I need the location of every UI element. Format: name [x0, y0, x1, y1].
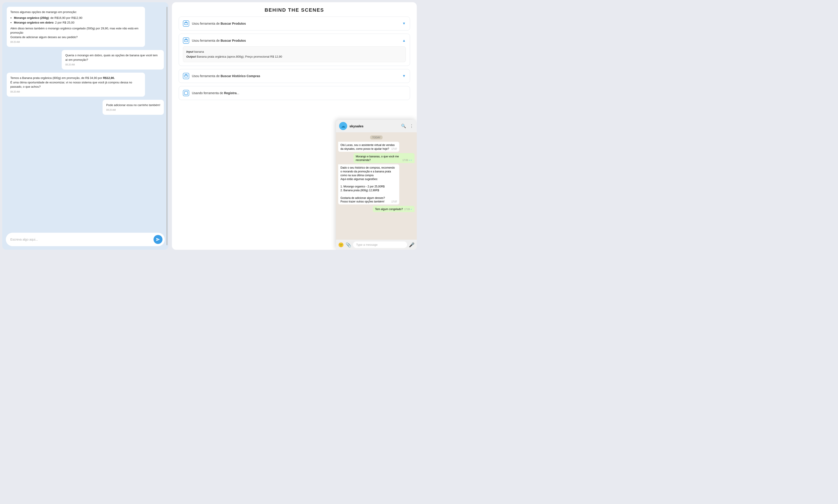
output-value-text: Banana prata orgânica (aprox.800g); Preç… — [196, 55, 282, 58]
message-text: Temos algumas opções de marango em promo… — [10, 10, 77, 14]
chevron-up-icon[interactable]: ▲ — [402, 39, 406, 42]
list-item: Morango orgânico (250g): de R$16,90 por … — [14, 16, 141, 20]
tool-input-row: Input banana — [186, 49, 403, 54]
tool-label: Usou ferramenta de Buscar Histórico Comp… — [192, 74, 260, 78]
search-icon[interactable]: 🔍 — [401, 124, 406, 128]
wa-header: ☁ skysales 🔍 ⋮ — [336, 120, 417, 132]
tool-card-header: Usou ferramenta de Buscar Produtos ▲ — [183, 37, 406, 44]
tool-label-text: Usou ferramenta de — [192, 74, 221, 78]
list-item-bold: Morango orgânico em dobro — [14, 21, 53, 24]
wa-message-text: Olá Lucas, sou o assistente virtual de v… — [340, 143, 395, 150]
input-value-text: banana — [194, 50, 204, 53]
input-label: Input — [186, 50, 193, 53]
tool-label: Usou ferramenta de Buscar Produtos — [192, 22, 246, 25]
behind-scenes-title: BEHIND THE SCENES — [172, 2, 417, 17]
date-divider: TODAY — [370, 136, 383, 140]
wa-input-placeholder: Type a message — [356, 243, 377, 246]
wa-message-time: 17:07 — [391, 200, 397, 203]
chat-input-placeholder[interactable]: Escreva algo aqui... — [10, 238, 151, 241]
microphone-icon[interactable]: 🎤 — [409, 242, 414, 248]
wa-message-text: Morango e bananas, o que você me recomen… — [356, 155, 399, 162]
wa-message-text: Dado o seu histórico de compras, recomen… — [340, 166, 395, 203]
chat-icon — [184, 75, 188, 77]
tool-name: Buscar Produtos — [221, 22, 246, 25]
chat-input-area: Escreva algo aqui... — [6, 233, 165, 246]
message-text: Queria o morango em dobro, quais as opçõ… — [65, 54, 157, 61]
message-time: 08:20 AM — [65, 63, 160, 66]
wa-message-time: 17:09 ✓✓ — [403, 159, 412, 162]
wa-input-bar: 🙂 📎 Type a message 🎤 — [336, 240, 417, 250]
tool-card-header: Usou ferramenta de Buscar Produtos ▼ — [183, 20, 406, 27]
message-bubble-user: Queria o morango em dobro, quais as opçõ… — [62, 50, 164, 70]
tool-output-row: Output Banana prata orgânica (aprox.800g… — [186, 54, 403, 59]
chevron-down-icon[interactable]: ▼ — [402, 74, 406, 78]
message-list: Morango orgânico (250g): de R$16,90 por … — [14, 16, 141, 25]
send-icon — [156, 237, 160, 241]
tool-card-2[interactable]: Usou ferramenta de Buscar Produtos ▲ Inp… — [178, 34, 410, 66]
wa-message-outgoing: Morango e bananas, o que você me recomen… — [354, 153, 414, 163]
tool-icon — [183, 73, 189, 79]
tool-card-1[interactable]: Usou ferramenta de Buscar Produtos ▼ — [178, 17, 410, 31]
register-icon — [184, 91, 188, 95]
avatar-icon: ☁ — [341, 123, 345, 129]
wa-message-incoming: Olá Lucas, sou o assistente virtual de v… — [338, 142, 399, 152]
message-bubble: Temos a Banana prata orgânica (800g) em … — [7, 73, 145, 97]
wa-message-outgoing: Tem algum congelado? 17:09 ✓ — [373, 206, 414, 212]
chat-icon — [184, 39, 188, 42]
message-time: 08:20 AM — [106, 108, 160, 112]
chevron-down-icon[interactable]: ▼ — [402, 21, 406, 25]
right-panel: BEHIND THE SCENES Usou ferramenta de Bus… — [172, 2, 417, 250]
wa-message-incoming: Dado o seu histórico de compras, recomen… — [338, 164, 399, 204]
output-label: Output — [186, 55, 196, 58]
wa-contact-name: skysales — [349, 124, 397, 128]
message-time: 08:20 AM — [10, 90, 141, 93]
wa-message-text: Tem algum congelado? — [375, 208, 403, 211]
left-chat-panel: Temos algumas opções de marango em promo… — [2, 2, 168, 250]
tool-label-text: Usando ferramenta de — [192, 91, 224, 95]
message-bubble: Temos algumas opções de marango em promo… — [7, 7, 145, 47]
tool-label-text: Usou ferramenta de — [192, 39, 221, 42]
list-item: Morango orgânico em dobro: 2 por R$ 25,0… — [14, 20, 141, 25]
message-text: Pode adicionar essa no carrinho também! — [106, 103, 160, 107]
emoji-icon[interactable]: 🙂 — [338, 242, 344, 248]
wa-message-time: 17:09 ✓ — [404, 208, 412, 211]
tool-label-text: Usou ferramenta de — [192, 22, 221, 25]
wa-message-input[interactable]: Type a message — [353, 241, 407, 248]
tool-label: Usando ferramenta de Registra... — [192, 91, 239, 95]
chat-icon — [184, 22, 188, 25]
tool-card-header: Usou ferramenta de Buscar Histórico Comp… — [183, 73, 406, 79]
scroll-bar[interactable] — [167, 7, 167, 245]
read-ticks: ✓✓ — [409, 159, 412, 161]
tool-card-3[interactable]: Usou ferramenta de Buscar Histórico Comp… — [178, 69, 410, 83]
tool-label: Usou ferramenta de Buscar Produtos — [192, 39, 246, 42]
tool-name: Buscar Produtos — [221, 39, 246, 42]
send-button[interactable] — [154, 235, 163, 244]
chat-messages: Temos algumas opções de marango em promo… — [2, 2, 168, 231]
tool-card-body: Input banana Output Banana prata orgânic… — [183, 47, 406, 62]
message-extra: Além disso temos também o morango orgâni… — [10, 27, 138, 39]
whatsapp-overlay: ☁ skysales 🔍 ⋮ TODAY Olá Lucas, sou o as… — [336, 120, 417, 250]
attach-icon[interactable]: 📎 — [346, 242, 351, 248]
tool-icon — [183, 90, 189, 96]
tool-icon — [183, 37, 189, 44]
message-text: Temos a Banana prata orgânica (800g) em … — [10, 76, 132, 88]
list-item-bold: Morango orgânico (250g) — [14, 16, 49, 19]
more-options-icon[interactable]: ⋮ — [410, 124, 414, 128]
message-bubble-user: Pode adicionar essa no carrinho também! … — [103, 100, 164, 115]
message-time: 08:20 AM — [10, 40, 141, 44]
tool-name: Buscar Histórico Compras — [221, 74, 260, 78]
wa-chat-area: TODAY Olá Lucas, sou o assistente virtua… — [336, 132, 417, 240]
tool-card-header: Usando ferramenta de Registra... — [183, 90, 406, 96]
avatar: ☁ — [339, 122, 347, 130]
tool-icon — [183, 20, 189, 27]
wa-message-time: 17:07 — [391, 147, 397, 151]
read-ticks: ✓ — [410, 208, 412, 211]
tool-card-4[interactable]: Usando ferramenta de Registra... — [178, 86, 410, 100]
tool-name: Registra — [224, 91, 237, 95]
